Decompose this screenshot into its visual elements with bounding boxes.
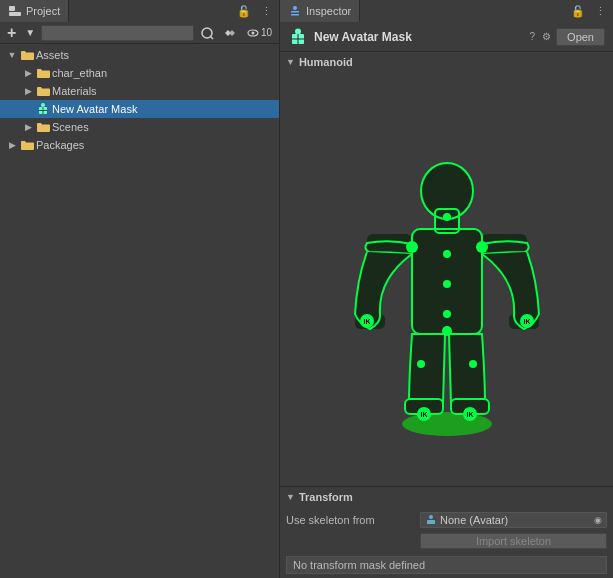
svg-point-9: [41, 103, 45, 107]
skeleton-dropdown-arrow: ◉: [594, 515, 602, 525]
project-tab[interactable]: Project: [0, 0, 69, 22]
status-bar: No transform mask defined: [286, 556, 607, 574]
skeleton-field-icon: [425, 513, 437, 527]
eye-icon[interactable]: 10: [243, 25, 275, 41]
svg-text:IK: IK: [523, 318, 530, 325]
tree-item-packages[interactable]: Packages: [0, 136, 279, 154]
open-button[interactable]: Open: [556, 28, 605, 46]
avatar-figure: IK IK IK IK: [337, 109, 557, 449]
humanoid-section: IK IK IK IK: [280, 72, 613, 486]
import-skeleton-button: Import skeleton: [420, 533, 607, 549]
inspector-settings-btn[interactable]: ⚙: [540, 30, 553, 43]
svg-rect-4: [291, 14, 299, 16]
inspector-tab-actions: 🔓 ⋮: [564, 0, 613, 22]
svg-rect-3: [291, 11, 299, 13]
status-message: No transform mask defined: [293, 559, 425, 571]
packages-label: Packages: [36, 139, 84, 151]
project-toolbar: + ▼ 10: [0, 22, 279, 44]
svg-rect-0: [9, 6, 15, 11]
project-panel: + ▼ 10: [0, 22, 280, 578]
tree-item-char-ethan[interactable]: char_ethan: [0, 64, 279, 82]
transform-body: Use skeleton from None (Avatar) ◉: [280, 507, 613, 554]
transform-section-header[interactable]: ▼ Transform: [280, 487, 613, 507]
scenes-label: Scenes: [52, 121, 89, 133]
svg-point-46: [443, 250, 451, 258]
dropdown-arrow[interactable]: ▼: [22, 26, 38, 39]
svg-rect-1: [9, 12, 21, 16]
materials-arrow: [22, 85, 34, 97]
inspector-obj-icon: [288, 27, 308, 47]
svg-text:IK: IK: [466, 411, 473, 418]
materials-label: Materials: [52, 85, 97, 97]
assets-label: Assets: [36, 49, 69, 61]
scenes-arrow: [22, 121, 34, 133]
tree-item-assets[interactable]: Assets: [0, 46, 279, 64]
inspector-tab-icon: [288, 4, 302, 18]
svg-point-45: [443, 213, 451, 221]
project-menu-btn[interactable]: ⋮: [258, 4, 275, 19]
svg-point-32: [406, 241, 418, 253]
char-ethan-arrow: [22, 67, 34, 79]
humanoid-section-header[interactable]: ▼ Humanoid: [280, 52, 613, 72]
svg-point-49: [429, 515, 433, 519]
filter-icon[interactable]: [197, 25, 217, 41]
tree-item-avatar-mask[interactable]: New Avatar Mask: [0, 100, 279, 118]
svg-point-40: [469, 360, 477, 368]
assets-arrow: [6, 49, 18, 61]
humanoid-title: Humanoid: [299, 56, 353, 68]
search-input[interactable]: [41, 25, 194, 41]
inspector-obj-header: New Avatar Mask ? ⚙ Open: [280, 22, 613, 52]
skeleton-value: None (Avatar): [440, 514, 591, 526]
svg-point-47: [443, 280, 451, 288]
inspector-panel: New Avatar Mask ? ⚙ Open ▼ Humanoid: [280, 22, 613, 578]
transform-section: ▼ Transform Use skeleton from None (Avat…: [280, 486, 613, 578]
skeleton-label: Use skeleton from: [286, 514, 416, 526]
project-tab-actions: 🔓 ⋮: [230, 0, 279, 22]
skeleton-field[interactable]: None (Avatar) ◉: [420, 512, 607, 528]
svg-text:IK: IK: [420, 411, 427, 418]
inspector-lock-btn[interactable]: 🔓: [568, 4, 588, 19]
scenes-folder-icon: [36, 120, 50, 134]
char-ethan-folder-icon: [36, 66, 50, 80]
inspector-tab[interactable]: Inspector: [280, 0, 360, 22]
add-button[interactable]: +: [4, 23, 19, 43]
svg-point-8: [251, 31, 254, 34]
skeleton-row: Use skeleton from None (Avatar) ◉: [286, 511, 607, 529]
project-tab-label: Project: [26, 5, 60, 17]
assets-folder-icon: [20, 48, 34, 62]
svg-line-6: [210, 36, 213, 39]
packages-arrow: [6, 139, 18, 151]
svg-point-33: [476, 241, 488, 253]
import-row: Import skeleton: [286, 532, 607, 550]
project-lock-btn[interactable]: 🔓: [234, 4, 254, 19]
svg-text:IK: IK: [363, 318, 370, 325]
svg-point-15: [402, 412, 492, 436]
svg-point-39: [417, 360, 425, 368]
svg-point-12: [295, 28, 301, 34]
char-ethan-label: char_ethan: [52, 67, 107, 79]
inspector-obj-title: New Avatar Mask: [314, 30, 522, 44]
transform-arrow: ▼: [286, 492, 295, 502]
inspector-help-btn[interactable]: ?: [528, 30, 538, 43]
svg-point-38: [442, 326, 452, 336]
packages-folder-icon: [20, 138, 34, 152]
inspector-tab-label: Inspector: [306, 5, 351, 17]
project-tab-icon: [8, 4, 22, 18]
inspector-menu-btn[interactable]: ⋮: [592, 4, 609, 19]
inspector-header-actions: ? ⚙ Open: [528, 28, 605, 46]
eye-count: 10: [261, 27, 272, 38]
avatar-mask-icon: [36, 102, 50, 116]
search-icon[interactable]: [220, 25, 240, 41]
tree-view: Assets char_ethan: [0, 44, 279, 578]
tree-item-scenes[interactable]: Scenes: [0, 118, 279, 136]
svg-point-48: [443, 310, 451, 318]
materials-folder-icon: [36, 84, 50, 98]
transform-title: Transform: [299, 491, 353, 503]
humanoid-arrow: ▼: [286, 57, 295, 67]
avatar-mask-label: New Avatar Mask: [52, 103, 137, 115]
tree-item-materials[interactable]: Materials: [0, 82, 279, 100]
svg-point-2: [293, 6, 297, 10]
